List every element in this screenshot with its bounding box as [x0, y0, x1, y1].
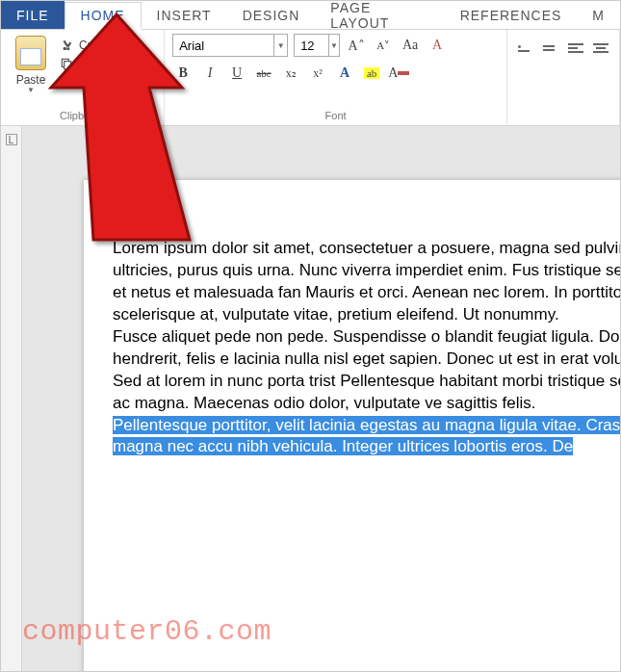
paragraph-group-title [515, 119, 611, 123]
navigation-sidebar: L [1, 126, 22, 671]
tab-references[interactable]: REFERENCES [445, 1, 578, 29]
ribbon: Paste ▼ Cut Copy [1, 30, 620, 126]
selected-text[interactable]: Pellentesque porttitor, velit lacinia eg… [113, 416, 620, 456]
group-paragraph [507, 30, 620, 125]
tab-marker-icon[interactable]: L [6, 134, 17, 145]
format-painter-button[interactable]: Forma [59, 74, 113, 90]
tab-home[interactable]: HOME [65, 2, 142, 30]
svg-rect-1 [65, 62, 71, 69]
tab-design[interactable]: DESIGN [227, 1, 316, 29]
change-case-button[interactable]: Aa [400, 35, 421, 56]
document-paragraph[interactable]: Fusce aliquet pede non pede. Suspendisse… [113, 326, 620, 415]
document-paragraph[interactable]: Lorem ipsum dolor sit amet, consectetuer… [113, 238, 620, 326]
align-center-button[interactable] [590, 38, 611, 59]
text-effects-button[interactable]: A [334, 63, 355, 84]
highlight-button[interactable]: ab [361, 63, 382, 84]
decrease-font-button[interactable]: A˅ [373, 35, 394, 56]
paste-button[interactable]: Paste ▼ [9, 34, 53, 108]
copy-label: Copy [79, 57, 106, 70]
document-page[interactable]: Lorem ipsum dolor sit amet, consectetuer… [84, 180, 620, 671]
subscript-button[interactable]: x₂ [280, 63, 301, 84]
font-color-label: A [388, 65, 398, 81]
tab-insert[interactable]: INSERT [142, 1, 227, 29]
copy-icon [59, 56, 74, 71]
font-size-input[interactable] [295, 39, 328, 53]
highlight-label: ab [364, 67, 379, 79]
paste-icon [15, 36, 46, 70]
scissors-icon [59, 38, 74, 53]
bold-button[interactable]: B [172, 63, 194, 84]
tab-mailings[interactable]: M [577, 1, 620, 29]
align-left-button[interactable] [565, 38, 586, 59]
superscript-button[interactable]: x² [307, 63, 328, 84]
bullets-button[interactable] [515, 38, 536, 59]
clear-formatting-button[interactable]: A [427, 35, 448, 56]
font-color-button[interactable]: A [388, 63, 409, 84]
tab-page-layout[interactable]: PAGE LAYOUT [315, 1, 444, 29]
group-font: ▼ ▼ A˄ A˅ Aa A B I U abc x₂ x² A [165, 30, 507, 125]
font-group-title: Font [172, 108, 499, 123]
increase-font-button[interactable]: A˄ [346, 35, 367, 56]
font-name-combo[interactable]: ▼ [172, 34, 288, 57]
underline-button[interactable]: U [226, 63, 247, 84]
strikethrough-button[interactable]: abc [253, 63, 274, 84]
numbering-button[interactable] [540, 38, 561, 59]
chevron-down-icon[interactable]: ▼ [27, 86, 35, 94]
ribbon-tabs: FILE HOME INSERT DESIGN PAGE LAYOUT REFE… [1, 1, 620, 30]
content-area: L Lorem ipsum dolor sit amet, consectetu… [1, 126, 620, 671]
cut-button[interactable]: Cut [59, 38, 113, 53]
font-size-combo[interactable]: ▼ [294, 34, 340, 57]
svg-rect-2 [66, 76, 68, 81]
chevron-down-icon[interactable]: ▼ [328, 35, 339, 56]
italic-button[interactable]: I [199, 63, 220, 84]
paintbrush-icon [59, 74, 74, 90]
chevron-down-icon[interactable]: ▼ [273, 35, 287, 56]
font-color-swatch [398, 71, 409, 75]
document-canvas[interactable]: Lorem ipsum dolor sit amet, consectetuer… [22, 126, 620, 671]
clipboard-group-title: Clipboard [9, 108, 156, 123]
tab-file[interactable]: FILE [1, 1, 65, 29]
group-clipboard: Paste ▼ Cut Copy [1, 30, 165, 125]
format-painter-label: Forma [79, 75, 113, 89]
copy-button[interactable]: Copy [59, 56, 113, 71]
paste-label: Paste [16, 73, 46, 87]
font-name-input[interactable] [173, 39, 273, 53]
document-paragraph[interactable]: Pellentesque porttitor, velit lacinia eg… [113, 415, 620, 459]
cut-label: Cut [79, 39, 97, 52]
